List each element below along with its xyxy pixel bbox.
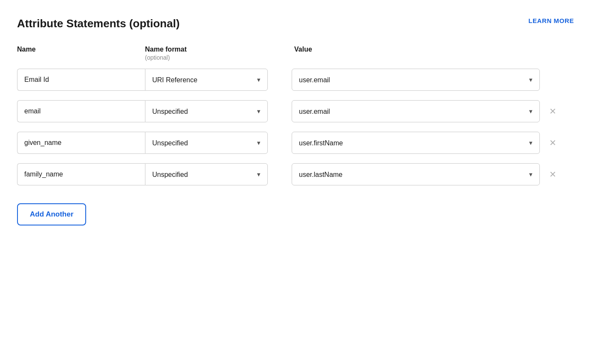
remove-row-button[interactable]: ✕ [548,137,558,149]
format-select-wrapper: UnspecifiedURI ReferenceBasicEmail▼ [145,163,268,185]
add-another-button[interactable]: Add Another [17,203,86,225]
value-select[interactable]: user.emailuser.firstNameuser.lastNameuse… [292,164,539,185]
format-select[interactable]: UnspecifiedURI ReferenceBasicEmail [145,69,267,90]
format-select-wrapper: UnspecifiedURI ReferenceBasicEmail▼ [145,132,268,154]
col-header-value: Value [294,46,312,53]
col-header-name: Name [17,46,145,53]
col-header-format: Name format (optional) [145,46,269,61]
page-header: Attribute Statements (optional) LEARN MO… [17,17,574,30]
col-header-format-optional: (optional) [145,54,269,61]
format-select-wrapper: UnspecifiedURI ReferenceBasicEmail▼ [145,100,268,122]
remove-row-button[interactable]: ✕ [548,105,558,117]
attribute-row: UnspecifiedURI ReferenceBasicEmail▼user.… [17,100,574,122]
rows-container: UnspecifiedURI ReferenceBasicEmail▼user.… [17,69,574,185]
learn-more-link[interactable]: LEARN MORE [528,17,574,24]
name-input[interactable] [17,132,145,154]
attribute-row: UnspecifiedURI ReferenceBasicEmail▼user.… [17,163,574,185]
name-input[interactable] [17,69,145,91]
value-select[interactable]: user.emailuser.firstNameuser.lastNameuse… [292,101,539,122]
attribute-row: UnspecifiedURI ReferenceBasicEmail▼user.… [17,132,574,154]
value-select[interactable]: user.emailuser.firstNameuser.lastNameuse… [292,132,539,153]
value-select-wrapper: user.emailuser.firstNameuser.lastNameuse… [292,100,540,122]
value-select-wrapper: user.emailuser.firstNameuser.lastNameuse… [292,132,540,154]
add-another-wrapper: Add Another [17,195,574,225]
attribute-row: UnspecifiedURI ReferenceBasicEmail▼user.… [17,69,574,91]
format-select-wrapper: UnspecifiedURI ReferenceBasicEmail▼ [145,69,268,91]
format-select[interactable]: UnspecifiedURI ReferenceBasicEmail [145,132,267,153]
column-headers: Name Name format (optional) Value [17,46,574,61]
value-select[interactable]: user.emailuser.firstNameuser.lastNameuse… [292,69,539,90]
format-select[interactable]: UnspecifiedURI ReferenceBasicEmail [145,101,267,122]
name-input[interactable] [17,163,145,185]
page-title: Attribute Statements (optional) [17,17,180,30]
name-input[interactable] [17,100,145,122]
format-select[interactable]: UnspecifiedURI ReferenceBasicEmail [145,164,267,185]
value-select-wrapper: user.emailuser.firstNameuser.lastNameuse… [292,69,540,91]
remove-row-button[interactable]: ✕ [548,168,558,180]
value-select-wrapper: user.emailuser.firstNameuser.lastNameuse… [292,163,540,185]
